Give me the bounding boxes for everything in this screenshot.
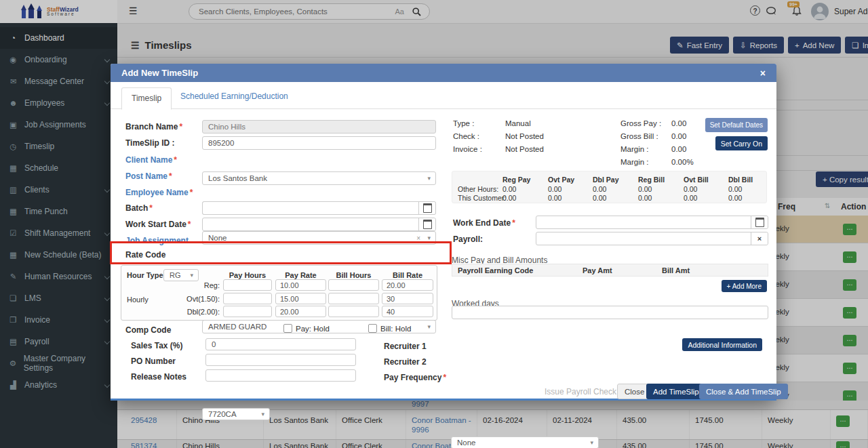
- set-carry-on-button[interactable]: Set Carry On: [715, 136, 768, 150]
- pay-rate-header: Pay Rate: [275, 271, 326, 279]
- payroll-label: Payroll:: [453, 235, 483, 244]
- calendar-icon[interactable]: [418, 218, 435, 230]
- margin-pct-value: 0.00%: [671, 158, 694, 166]
- gross-pay-label: Gross Pay :: [620, 119, 661, 127]
- hour-type-select[interactable]: RG▾: [163, 269, 199, 281]
- release-notes-input[interactable]: [205, 369, 356, 382]
- modal-header: Add New TimeSlip ×: [111, 64, 776, 82]
- pay-hours-header: Pay Hours: [223, 271, 272, 279]
- rate-code-label: Rate Code: [125, 250, 165, 260]
- po-number-input[interactable]: [205, 354, 356, 366]
- ovt-pay-hours-input[interactable]: [223, 293, 272, 304]
- dbl-bill-hours-input[interactable]: [328, 306, 379, 317]
- margin-value: 0.00: [671, 145, 686, 153]
- close-and-add-timeslip-button[interactable]: Close & Add TimeSlip: [699, 384, 788, 399]
- tab-scheduled-earning-deduction[interactable]: Scheduled Earning/Deduction: [180, 91, 288, 101]
- checkbox-icon: [283, 324, 292, 333]
- hour-type-label: Hour Type: [127, 271, 167, 279]
- hour-type-panel: Hour Type RG▾ Pay Hours Pay Rate Bill Ho…: [121, 265, 437, 321]
- gross-bill-label: Gross Bill :: [620, 132, 658, 140]
- margin-label: Margin :: [620, 145, 649, 153]
- select-arrow-icon: ▾: [261, 411, 264, 418]
- additional-information-button[interactable]: Additional Information: [682, 338, 762, 351]
- type-value: Manual: [505, 119, 531, 127]
- calendar-icon[interactable]: [751, 216, 768, 228]
- ovt-bill-hours-input[interactable]: [328, 293, 379, 304]
- po-number-label: PO Number: [131, 357, 176, 366]
- work-end-date-input[interactable]: [536, 216, 768, 229]
- work-start-date-label: Work Start Date: [125, 220, 191, 229]
- checkbox-icon: [368, 324, 377, 333]
- recruiter2-label: Recruiter 2: [384, 357, 427, 367]
- modal-tabs: Timeslip Scheduled Earning/Deduction: [111, 82, 776, 109]
- release-notes-label: Release Notes: [131, 372, 186, 382]
- select-arrow-icon: ▾: [427, 323, 431, 330]
- close-icon[interactable]: ×: [760, 68, 766, 79]
- employee-name-select[interactable]: None×▾: [202, 231, 436, 245]
- branch-name-input: [202, 120, 436, 134]
- dbl-pay-rate-input[interactable]: [275, 306, 326, 317]
- invoice-label: Invoice :: [453, 145, 482, 153]
- ovt-bill-rate-input[interactable]: [382, 293, 433, 304]
- timeslip-id-label: TimeSlip ID :: [125, 138, 174, 148]
- reg-pay-rate-input[interactable]: [275, 279, 326, 291]
- work-end-date-label: Work End Date: [453, 218, 515, 228]
- client-name-label: Client Name: [125, 155, 177, 165]
- job-assignment-label: Job Assignment: [125, 236, 189, 245]
- sales-tax-input[interactable]: [205, 338, 356, 350]
- hours-summary-table: Reg Pay Ovt Pay Dbl Pay Reg Bill Ovt Bil…: [452, 171, 767, 203]
- recruiter1-select[interactable]: None▾: [451, 436, 599, 448]
- reg-pay-hours-input[interactable]: [223, 279, 272, 291]
- work-start-date-input[interactable]: [202, 218, 436, 231]
- clear-icon: ×: [416, 235, 420, 242]
- add-more-button[interactable]: + Add More: [722, 280, 767, 292]
- dbl-pay-hours-input[interactable]: [223, 306, 272, 317]
- ovt-pay-rate-input[interactable]: [275, 293, 326, 304]
- select-arrow-icon: ▾: [427, 235, 431, 241]
- pay-frequency-label: Pay Frequency: [384, 373, 446, 382]
- modal-title: Add New TimeSlip: [121, 68, 198, 78]
- recruiter1-label: Recruiter 1: [384, 342, 427, 351]
- comp-code-select[interactable]: 7720CA▾: [202, 408, 270, 420]
- gross-pay-value: 0.00: [671, 119, 686, 127]
- type-label: Type :: [453, 119, 474, 127]
- comp-code-label: Comp Code: [125, 325, 171, 335]
- margin-pct-label: Margin :: [620, 158, 649, 166]
- post-name-label: Post Name: [125, 171, 172, 181]
- calendar-icon[interactable]: [418, 202, 435, 214]
- this-customer-row-label: This Customer:: [458, 194, 506, 202]
- set-default-dates-button[interactable]: Set Default Dates: [705, 118, 768, 132]
- invoice-value: Not Posted: [505, 145, 544, 153]
- reg-bill-hours-input[interactable]: [328, 279, 379, 291]
- client-name-select[interactable]: Los Santos Bank▾: [202, 171, 436, 185]
- clear-icon[interactable]: ×: [751, 232, 768, 245]
- worked-days-input[interactable]: [452, 306, 768, 319]
- select-arrow-icon: ▾: [427, 175, 431, 182]
- app: StaffWizard Software ☰ Aa ? 99+ Super Ad…: [0, 0, 868, 448]
- gross-bill-value: 0.00: [671, 132, 686, 140]
- add-new-timeslip-modal: Add New TimeSlip × Timeslip Scheduled Ea…: [111, 64, 776, 401]
- misc-table-header: Payroll Earning Code Pay Amt Bill Amt: [452, 264, 768, 277]
- other-hours-row-label: Other Hours:: [458, 185, 498, 193]
- batch-label: Batch: [125, 203, 153, 213]
- hourly-category-label: Hourly: [127, 296, 149, 304]
- payroll-input[interactable]: ×: [536, 232, 768, 245]
- bill-rate-header: Bill Rate: [382, 271, 433, 279]
- bill-hold-checkbox[interactable]: Bill: Hold: [368, 324, 411, 333]
- employee-name-label: Employee Name: [125, 188, 193, 197]
- timeslip-id-input[interactable]: [202, 136, 436, 150]
- dbl-bill-rate-input[interactable]: [382, 306, 433, 317]
- pay-hold-checkbox[interactable]: Pay: Hold: [283, 324, 330, 333]
- check-value: Not Posted: [505, 132, 544, 140]
- check-label: Check :: [453, 132, 479, 140]
- add-timeslip-button[interactable]: Add TimeSlip: [646, 384, 706, 399]
- bill-hours-header: Bill Hours: [328, 271, 379, 279]
- sales-tax-label: Sales Tax (%): [131, 341, 182, 350]
- branch-name-label: Branch Name: [125, 122, 182, 131]
- tab-timeslip[interactable]: Timeslip: [121, 87, 172, 110]
- reg-bill-rate-input[interactable]: [382, 279, 433, 291]
- issue-payroll-check-button[interactable]: Issue Payroll Check: [545, 387, 616, 396]
- batch-input[interactable]: [202, 201, 436, 215]
- select-arrow-icon: ▾: [590, 439, 593, 446]
- select-arrow-icon: ▾: [190, 272, 193, 279]
